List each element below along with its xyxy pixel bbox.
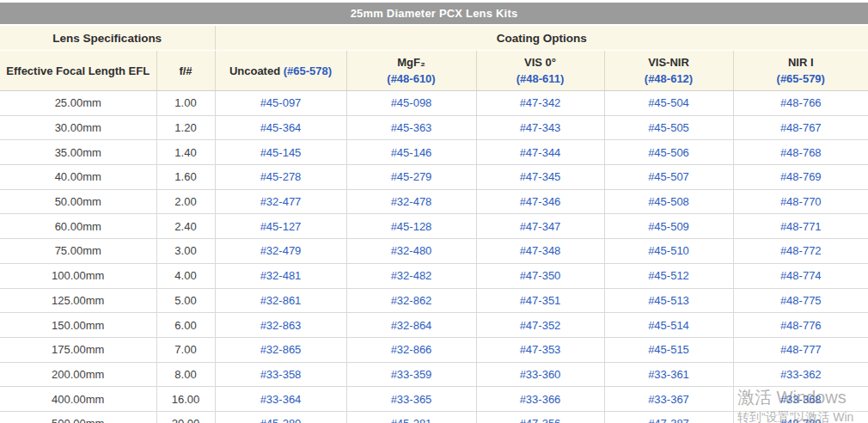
part-number-link[interactable]: #45-280	[260, 417, 302, 423]
part-cell: #45-364	[215, 115, 346, 140]
part-cell: #33-367	[604, 387, 733, 412]
part-number-link[interactable]: #33-365	[391, 393, 432, 406]
efl-cell: 400.00mm	[0, 387, 156, 412]
part-number-link[interactable]: #33-360	[520, 368, 561, 381]
part-number-link[interactable]: #45-127	[260, 220, 302, 233]
part-number-link[interactable]: #45-515	[648, 343, 689, 356]
part-number-link[interactable]: #45-364	[260, 121, 302, 134]
part-number-link[interactable]: #48-772	[780, 244, 822, 257]
part-cell: #45-506	[604, 140, 733, 165]
part-number-link[interactable]: #32-479	[260, 244, 302, 257]
part-number-link[interactable]: #48-774	[780, 269, 822, 282]
part-number-link[interactable]: #32-482	[391, 269, 432, 282]
part-number-link[interactable]: #45-513	[648, 294, 689, 307]
part-number-link[interactable]: #47-346	[520, 195, 561, 208]
table-row: 75.00mm3.00#32-479#32-480#47-348#45-510#…	[0, 239, 868, 264]
part-number-link[interactable]: #47-343	[520, 121, 561, 134]
part-number-link[interactable]: #45-506	[648, 146, 689, 159]
col-header-f-number-label: f/#	[179, 64, 192, 77]
part-number-link[interactable]: #45-098	[391, 96, 432, 109]
part-cell: #32-865	[215, 337, 346, 362]
part-number-link[interactable]: #48-770	[780, 195, 822, 208]
part-number-link[interactable]: #32-481	[260, 269, 302, 282]
part-number-link[interactable]: #33-362	[780, 368, 822, 381]
part-number-link[interactable]: #32-478	[391, 195, 432, 208]
part-number-link[interactable]: #48-769	[780, 170, 822, 183]
part-number-link[interactable]: #33-367	[648, 393, 689, 406]
part-number-link[interactable]: #32-863	[260, 319, 302, 332]
part-number-link[interactable]: #47-351	[520, 294, 561, 307]
column-header-row: Effective Focal Length EFL f/# Uncoated …	[0, 51, 868, 91]
uncoated-part-number-link[interactable]: (#65-578)	[284, 64, 332, 77]
part-number-link[interactable]: #33-364	[260, 393, 302, 406]
part-cell: #48-769	[733, 165, 868, 190]
efl-cell: 50.00mm	[0, 189, 156, 214]
vis0-part-number-link[interactable]: (#48-611)	[477, 70, 604, 87]
vis-nir-part-number-link[interactable]: (#48-612)	[605, 70, 733, 87]
table-row: 200.00mm8.00#33-358#33-359#33-360#33-361…	[0, 362, 868, 387]
part-number-link[interactable]: #47-348	[520, 244, 561, 257]
part-number-link[interactable]: #48-780	[780, 417, 822, 423]
part-number-link[interactable]: #48-775	[780, 294, 822, 307]
part-number-link[interactable]: #48-771	[780, 220, 822, 233]
part-number-link[interactable]: #45-512	[648, 269, 689, 282]
part-cell: #33-368	[733, 387, 868, 412]
part-number-link[interactable]: #48-777	[780, 343, 822, 356]
part-number-link[interactable]: #45-505	[648, 121, 689, 134]
part-number-link[interactable]: #45-363	[391, 121, 432, 134]
part-cell: #45-513	[604, 288, 733, 313]
part-cell: #47-342	[476, 91, 604, 116]
part-number-link[interactable]: #45-279	[391, 170, 432, 183]
part-number-link[interactable]: #33-361	[648, 368, 689, 381]
table-title: 25mm Diameter PCX Lens Kits	[0, 3, 868, 25]
part-number-link[interactable]: #47-387	[648, 417, 689, 423]
mgf2-part-number-link[interactable]: (#48-610)	[347, 70, 476, 87]
part-number-link[interactable]: #47-345	[520, 170, 561, 183]
part-cell: #45-514	[604, 313, 733, 338]
part-number-link[interactable]: #45-507	[648, 170, 689, 183]
part-number-link[interactable]: #45-508	[648, 195, 689, 208]
part-number-link[interactable]: #45-509	[648, 220, 689, 233]
part-number-link[interactable]: #47-350	[520, 269, 561, 282]
part-number-link[interactable]: #45-278	[260, 170, 302, 183]
part-number-link[interactable]: #32-866	[391, 343, 432, 356]
part-number-link[interactable]: #47-352	[520, 319, 561, 332]
part-number-link[interactable]: #32-480	[391, 244, 432, 257]
part-number-link[interactable]: #47-342	[520, 96, 561, 109]
part-number-link[interactable]: #33-368	[780, 393, 822, 406]
part-cell: #33-358	[215, 362, 346, 387]
part-number-link[interactable]: #33-359	[391, 368, 432, 381]
part-number-link[interactable]: #45-504	[648, 96, 689, 109]
part-number-link[interactable]: #45-128	[391, 220, 432, 233]
part-number-link[interactable]: #47-347	[520, 220, 561, 233]
part-number-link[interactable]: #45-514	[648, 319, 689, 332]
part-cell: #47-346	[476, 189, 604, 214]
part-number-link[interactable]: #45-097	[260, 96, 302, 109]
part-number-link[interactable]: #33-358	[260, 368, 302, 381]
col-header-vis-nir-label: VIS-NIR	[648, 56, 689, 69]
part-number-link[interactable]: #48-768	[780, 146, 822, 159]
part-number-link[interactable]: #47-356	[520, 417, 561, 423]
part-number-link[interactable]: #32-862	[391, 294, 432, 307]
group-header-lens-specifications: Lens Specifications	[0, 25, 215, 51]
part-number-link[interactable]: #32-865	[260, 343, 302, 356]
part-number-link[interactable]: #32-861	[260, 294, 302, 307]
part-number-link[interactable]: #45-510	[648, 244, 689, 257]
part-number-link[interactable]: #45-145	[260, 146, 302, 159]
part-cell: #48-772	[733, 239, 868, 264]
col-header-efl: Effective Focal Length EFL	[0, 51, 156, 91]
part-cell: #48-775	[733, 288, 868, 313]
part-number-link[interactable]: #45-146	[391, 146, 432, 159]
nir1-part-number-link[interactable]: (#65-579)	[734, 70, 868, 87]
part-cell: #45-504	[604, 91, 733, 116]
part-number-link[interactable]: #48-767	[780, 121, 822, 134]
part-number-link[interactable]: #33-366	[520, 393, 561, 406]
part-number-link[interactable]: #47-344	[520, 146, 561, 159]
part-number-link[interactable]: #32-477	[260, 195, 302, 208]
part-number-link[interactable]: #48-766	[780, 96, 822, 109]
part-cell: #32-482	[346, 263, 476, 288]
part-number-link[interactable]: #47-353	[520, 343, 561, 356]
part-number-link[interactable]: #48-776	[780, 319, 822, 332]
part-number-link[interactable]: #45-281	[391, 417, 432, 423]
part-number-link[interactable]: #32-864	[391, 319, 432, 332]
